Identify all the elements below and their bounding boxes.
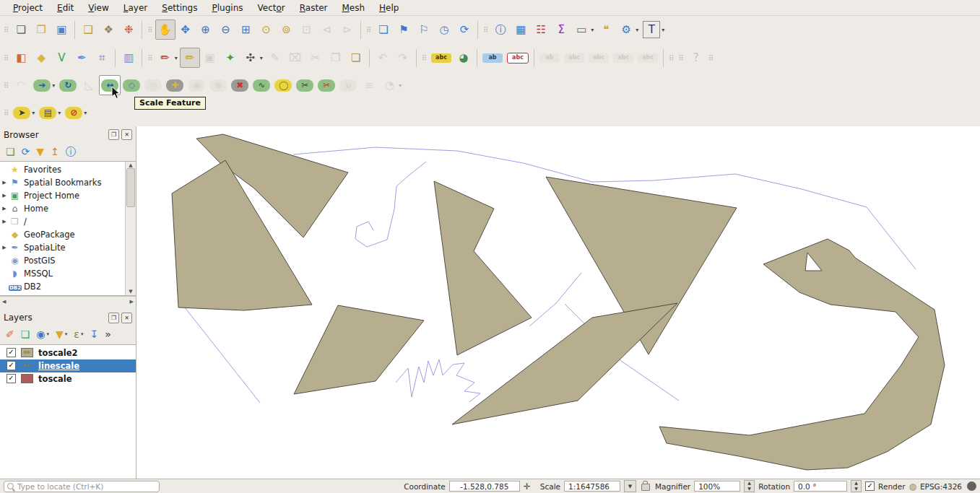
add-polygon-feature-button[interactable]: ✦ [220,48,240,68]
map-line-feature[interactable] [396,359,480,402]
move-feature-button[interactable]: ➔▾ [31,75,57,95]
new-memory-layer-button[interactable]: ⌗ [92,48,112,68]
show-hide-labels-button[interactable]: abc [562,48,586,68]
style-manager-button[interactable]: ❉ [118,19,139,40]
merge-attributes-button[interactable]: ≡ [359,75,379,95]
browser-item-postgis[interactable]: ◉PostGIS [0,254,125,267]
lock-scale-icon[interactable] [641,484,650,491]
menu-raster[interactable]: Raster [292,1,335,14]
zoom-out-button[interactable]: ⊖ [216,19,236,40]
filter-by-expression-dropdown[interactable]: ▾ [81,332,84,337]
pin-unpin-labels-button[interactable]: ab [480,48,505,68]
browser-vertical-scrollbar[interactable]: ▲ ▼ [125,162,136,295]
change-label-properties-button[interactable]: abc [636,48,660,68]
layer-item-toscale[interactable]: ✓toscale [0,372,136,385]
browser-item-mssql[interactable]: ◗MSSQL [0,267,125,280]
select-features-by-value-button[interactable]: ▤▾ [37,102,63,123]
undo-button[interactable]: ↶ [373,48,393,68]
open-layer-styling-button[interactable]: ✐ [6,329,14,339]
browser-item-wms-wmts[interactable]: ◍WMS/WMTS [0,293,125,295]
messages-button[interactable] [967,481,976,491]
expand-collapse-all-button[interactable]: ↧ [90,329,98,339]
browser-horizontal-scrollbar[interactable]: ◀ ▶ [0,296,136,307]
magnifier-input[interactable]: 100% [694,481,740,492]
offset-curve-button[interactable]: ◯ [272,75,294,95]
pan-to-selection-button[interactable]: ✥ [175,19,196,40]
add-selected-layers-button[interactable]: ❏ [6,147,15,157]
panel-overflow-button[interactable]: » [105,329,111,339]
map-svg[interactable] [136,126,980,479]
scroll-up-icon[interactable]: ▲ [129,162,132,168]
highlight-pinned-labels-button[interactable]: abc [505,48,531,68]
new-spatial-bookmark-button[interactable]: ⚑ [394,19,414,40]
expand-arrow-icon[interactable]: ▶ [0,180,9,186]
scale-dropdown-icon[interactable]: ▼ [624,480,636,492]
filter-legend-dropdown[interactable]: ▾ [65,332,68,337]
map-line-feature[interactable] [355,162,426,247]
rotation-input[interactable]: 0.0 ° [794,481,847,492]
rotation-spinner[interactable]: ▲▼ [851,480,862,492]
new-spatialite-layer-button[interactable]: ✒ [71,48,92,68]
modify-attributes-button[interactable]: ✎ [265,48,285,68]
browser-close-button[interactable]: ✕ [121,129,132,140]
trim-extend-feature-button[interactable]: ◺ [79,75,99,95]
manage-map-themes-button[interactable]: ◉▾ [36,329,49,339]
layers-float-button[interactable]: ❐ [108,313,119,323]
toolbar-handle[interactable]: ⠿ [366,26,371,34]
vertex-tool-button[interactable]: ✣▾ [240,48,265,68]
save-project-button[interactable]: ▣ [51,19,71,40]
toolbar-handle[interactable]: ⠿ [678,54,683,62]
browser-item-spatialite[interactable]: ▶✒SpatiaLite [0,241,125,254]
statistical-summary-button[interactable]: Σ [551,19,571,40]
zoom-next-button[interactable]: ⊳ [337,19,357,40]
expand-arrow-icon[interactable]: ▶ [0,219,9,224]
expand-arrow-icon[interactable]: ▶ [0,193,9,198]
add-part-button[interactable]: ✚ [164,75,186,95]
toolbar-handle[interactable]: ⠿ [669,54,674,62]
menu-plugins[interactable]: Plugins [205,1,251,14]
scroll-right-icon[interactable]: ▶ [130,299,134,305]
delete-part-button[interactable]: ✖ [229,75,251,95]
layer-visibility-checkbox[interactable]: ✓ [6,348,16,357]
menu-help[interactable]: Help [372,1,406,14]
layer-item-toscale2[interactable]: ✓✏toscale2 [0,346,136,359]
copy-features-button[interactable]: ❐ [326,48,346,68]
browser-item-project-home[interactable]: ▶▣Project Home [0,189,125,202]
zoom-full-extent-button[interactable]: ⊞ [236,19,256,40]
browser-item--[interactable]: ▶❒/ [0,215,125,228]
nominatim-geocoder-dropdown[interactable]: ▾ [636,27,638,33]
browser-item-spatial-bookmarks[interactable]: ▶⚑Spatial Bookmarks [0,176,125,189]
layer-visibility-checkbox[interactable]: ✓ [6,374,16,383]
rotate-point-symbols-dropdown[interactable]: ▾ [399,82,402,89]
scale-feature-button[interactable]: ↔ [99,75,121,95]
temporal-controller-button[interactable]: ◷ [434,19,454,40]
layer-labeling-options-button[interactable]: abc [429,48,454,68]
menu-mesh[interactable]: Mesh [334,1,372,14]
move-feature-dropdown[interactable]: ▾ [52,82,55,89]
current-edits-button[interactable]: ✏▾ [155,48,180,68]
open-attribute-table-button[interactable]: ▦ [511,19,531,40]
toggle-editing-button[interactable]: ✏ [180,48,200,68]
filter-by-expression-button[interactable]: ε▾ [74,329,83,339]
browser-float-button[interactable]: ❐ [108,129,119,140]
new-project-button[interactable]: ❏ [11,19,31,40]
simplify-feature-button[interactable]: ◇ [121,75,142,95]
zoom-to-layer-button[interactable]: ⊚ [277,19,297,40]
map-canvas[interactable] [136,126,980,479]
field-calculator-button[interactable]: ☷ [531,19,551,40]
move-label-diagram-button[interactable]: abc [586,48,611,68]
rotate-feature-button[interactable]: ↻ [57,75,79,95]
select-features-by-value-dropdown[interactable]: ▾ [58,110,61,116]
new-geopackage-layer-button[interactable]: ◆ [31,48,51,68]
locator-search-input[interactable]: Type to locate (Ctrl+K) [4,481,160,492]
data-source-manager-button[interactable]: ◧ [11,48,31,68]
browser-item-home[interactable]: ▶⌂Home [0,202,125,215]
enable-properties-widget-button[interactable]: ⓘ [66,147,76,157]
new-map-view-button[interactable]: ❏ [373,19,394,40]
zoom-in-button[interactable]: ⊕ [196,19,216,40]
select-features-dropdown[interactable]: ▾ [32,110,35,116]
magnifier-spinner[interactable]: ▲▼ [744,480,755,492]
manage-map-themes-dropdown[interactable]: ▾ [47,332,50,337]
cut-features-button[interactable]: ✂ [305,48,326,68]
text-annotation-button[interactable]: T▾ [641,19,667,40]
